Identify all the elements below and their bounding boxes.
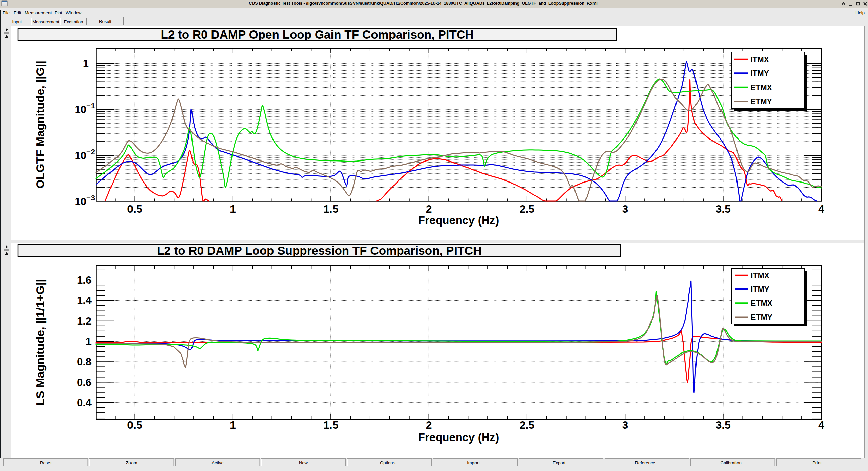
svg-text:ITMX: ITMX (750, 55, 769, 64)
svg-text:L2 to R0 DAMP Open Loop Gain T: L2 to R0 DAMP Open Loop Gain TF Comparis… (161, 28, 474, 41)
svg-text:0.5: 0.5 (127, 419, 142, 431)
svg-text:4: 4 (818, 203, 824, 215)
svg-text:1.2: 1.2 (77, 315, 92, 327)
svg-text:OLGTF Magnitude, ||G||: OLGTF Magnitude, ||G|| (34, 61, 46, 189)
svg-text:ETMX: ETMX (751, 299, 773, 308)
svg-text:0.6: 0.6 (77, 377, 92, 388)
svg-text:ETMY: ETMY (750, 97, 772, 106)
svg-text:2.5: 2.5 (520, 419, 534, 431)
svg-text:3.5: 3.5 (715, 203, 730, 215)
svg-text:1.4: 1.4 (77, 295, 92, 306)
svg-text:LS Magnitude, ||1/1+G||: LS Magnitude, ||1/1+G|| (34, 279, 46, 405)
svg-text:1.5: 1.5 (323, 203, 338, 215)
svg-text:3: 3 (622, 203, 628, 215)
svg-text:1: 1 (83, 58, 89, 69)
svg-text:1.6: 1.6 (77, 274, 92, 286)
svg-text:Frequency (Hz): Frequency (Hz) (418, 214, 499, 227)
svg-text:3.5: 3.5 (715, 419, 730, 431)
svg-text:0.4: 0.4 (77, 397, 92, 409)
svg-text:1: 1 (230, 203, 236, 215)
svg-text:Frequency (Hz): Frequency (Hz) (418, 431, 499, 444)
svg-text:ITMY: ITMY (750, 69, 769, 78)
svg-text:1: 1 (86, 336, 92, 347)
svg-text:2: 2 (426, 419, 432, 431)
svg-text:4: 4 (818, 419, 824, 431)
svg-text:0.5: 0.5 (127, 203, 142, 215)
svg-text:0.8: 0.8 (77, 356, 92, 368)
svg-text:ITMY: ITMY (751, 285, 769, 294)
svg-text:3: 3 (622, 419, 628, 431)
svg-text:1.5: 1.5 (323, 419, 338, 431)
svg-text:L2 to R0 DAMP Loop Suppression: L2 to R0 DAMP Loop Suppression TF Compar… (157, 244, 482, 257)
svg-text:ITMX: ITMX (751, 271, 770, 280)
svg-text:2.5: 2.5 (520, 203, 534, 215)
svg-text:2: 2 (426, 203, 432, 215)
svg-text:ETMX: ETMX (750, 83, 772, 92)
svg-text:ETMY: ETMY (751, 313, 772, 322)
svg-text:1: 1 (230, 419, 236, 431)
